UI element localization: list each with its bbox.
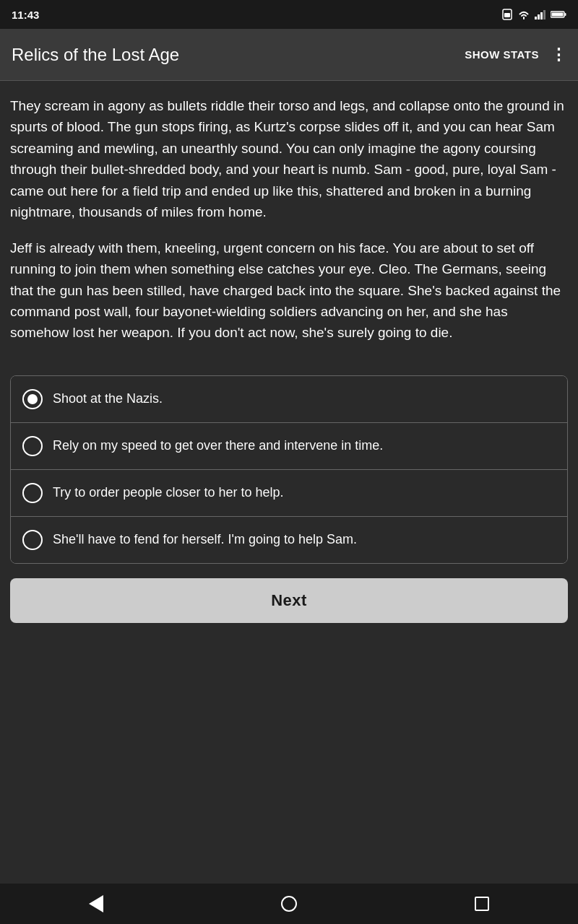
wifi-icon [517, 9, 530, 19]
choice-label-3: Try to order people closer to her to hel… [53, 484, 284, 502]
choice-item-3[interactable]: Try to order people closer to her to hel… [11, 470, 567, 517]
app-bar: Relics of the Lost Age SHOW STATS ⋮ [0, 29, 578, 81]
svg-rect-1 [504, 13, 510, 17]
home-icon [281, 896, 297, 912]
main-content: They scream in agony as bullets riddle t… [0, 81, 578, 884]
overview-button[interactable] [460, 889, 504, 918]
radio-outer-1 [22, 389, 43, 409]
app-bar-actions: SHOW STATS ⋮ [465, 45, 566, 64]
app-title: Relics of the Lost Age [12, 45, 179, 65]
signal-icon [535, 9, 546, 19]
radio-inner-1 [27, 394, 38, 404]
home-button[interactable] [267, 889, 311, 918]
show-stats-button[interactable]: SHOW STATS [465, 48, 539, 61]
svg-rect-7 [565, 13, 566, 16]
nav-bar [0, 884, 578, 924]
choice-item-1[interactable]: Shoot at the Nazis. [11, 376, 567, 423]
back-button[interactable] [74, 889, 118, 918]
svg-rect-3 [538, 14, 540, 19]
choice-label-1: Shoot at the Nazis. [53, 390, 163, 408]
svg-rect-2 [535, 17, 537, 19]
choice-item-4[interactable]: She'll have to fend for herself. I'm goi… [11, 517, 567, 563]
overview-icon [475, 897, 489, 911]
story-paragraph-2: Jeff is already with them, kneeling, urg… [10, 237, 568, 344]
story-text: They scream in agony as bullets riddle t… [10, 95, 568, 358]
story-paragraph-1: They scream in agony as bullets riddle t… [10, 95, 568, 223]
radio-outer-4 [22, 530, 43, 550]
choice-label-2: Rely on my speed to get over there and i… [53, 437, 383, 455]
choice-label-4: She'll have to fend for herself. I'm goi… [53, 531, 357, 549]
sim-icon [501, 9, 513, 20]
battery-icon [551, 10, 566, 19]
next-button[interactable]: Next [10, 578, 568, 623]
choice-item-2[interactable]: Rely on my speed to get over there and i… [11, 423, 567, 470]
svg-rect-8 [552, 13, 564, 17]
choices-container: Shoot at the Nazis.Rely on my speed to g… [10, 375, 568, 564]
more-options-icon[interactable]: ⋮ [551, 45, 566, 64]
status-bar: 11:43 [0, 0, 578, 29]
radio-outer-3 [22, 483, 43, 503]
radio-outer-2 [22, 436, 43, 456]
svg-rect-4 [540, 12, 543, 19]
status-time: 11:43 [12, 9, 39, 21]
status-icons [501, 9, 566, 20]
svg-rect-5 [543, 10, 545, 19]
back-icon [89, 895, 103, 912]
